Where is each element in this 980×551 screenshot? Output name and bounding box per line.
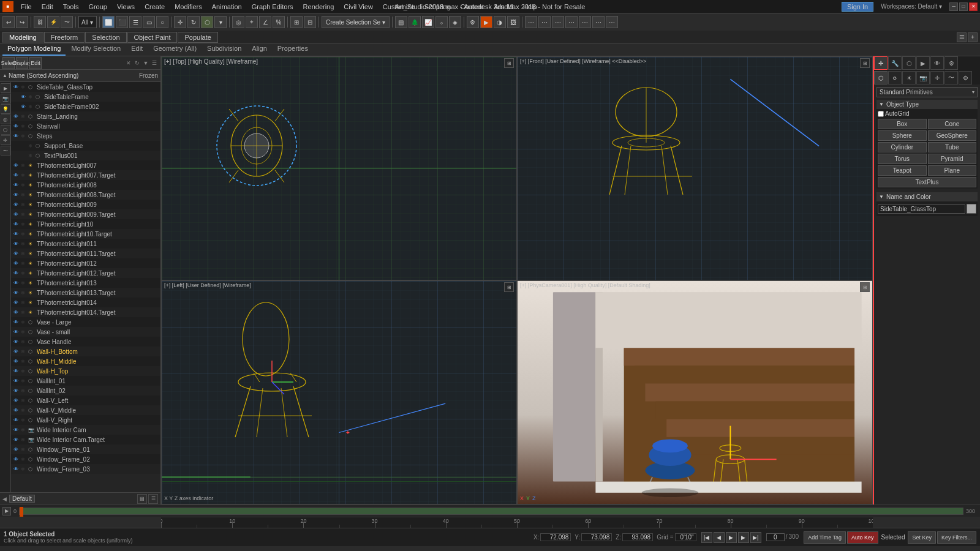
menu-edit[interactable]: Edit: [37, 3, 58, 10]
list-item[interactable]: 👁❄⬡Window_Frame_01: [11, 444, 160, 454]
visibility-icon[interactable]: 👁: [13, 388, 21, 394]
unlink-button[interactable]: ⚡: [47, 16, 59, 28]
object-name[interactable]: Wall-V_Middle: [37, 407, 159, 414]
angle-snap[interactable]: ∠: [259, 16, 271, 28]
close-button[interactable]: ✕: [969, 2, 978, 11]
btn-teapot[interactable]: Teapot: [878, 165, 927, 176]
subtab-properties[interactable]: Properties: [273, 45, 313, 56]
object-name[interactable]: TPhotometricLight10: [37, 221, 159, 228]
list-item[interactable]: 👁❄☀TPhotometricLight10.Target: [11, 229, 160, 239]
menu-help[interactable]: Help: [518, 3, 542, 10]
visibility-icon[interactable]: 👁: [13, 418, 21, 423]
visibility-icon[interactable]: 👁: [13, 447, 21, 452]
object-name[interactable]: Wide Interior Cam: [37, 427, 159, 433]
object-name[interactable]: Window_Frame_01: [37, 446, 159, 453]
list-item[interactable]: 👁❄☀TPhotometricLight013.Target: [11, 288, 160, 298]
rp-subtab-systems[interactable]: ⚙: [959, 71, 972, 84]
freeze-icon[interactable]: ❄: [21, 271, 28, 276]
object-name[interactable]: Vase - small: [37, 329, 159, 335]
list-item[interactable]: 👁❄☀TPhotometricLight012: [11, 258, 160, 268]
active-shade[interactable]: ◑: [494, 16, 506, 28]
mirror-button[interactable]: ⊞: [290, 16, 303, 28]
list-item[interactable]: 👁❄⬡WallInt_01: [11, 376, 160, 386]
subtab-polygon-modeling[interactable]: Polygon Modeling: [2, 45, 66, 56]
object-name[interactable]: WallInt_02: [37, 388, 159, 394]
list-item[interactable]: 👁❄⬡SideTableFrame002: [11, 102, 160, 111]
object-name[interactable]: TPhotometricLight009.Target: [37, 211, 159, 218]
list-item[interactable]: 👁❄☀TPhotometricLight007.Target: [11, 170, 160, 180]
freeze-icon[interactable]: ❄: [21, 163, 28, 168]
visibility-icon[interactable]: 👁: [13, 222, 21, 227]
side-camera[interactable]: 📷: [1, 94, 10, 103]
object-name[interactable]: SideTable_GlassTop: [37, 84, 159, 91]
object-name[interactable]: Wide Interior Cam.Target: [37, 437, 159, 443]
side-shape[interactable]: ◎: [1, 114, 10, 124]
visibility-icon[interactable]: 👁: [13, 369, 21, 374]
object-name[interactable]: Wall-V_Left: [37, 397, 159, 404]
object-name[interactable]: TPhotometricLight007.Target: [37, 172, 159, 179]
menu-customize[interactable]: Customize: [378, 3, 420, 10]
use-pivot[interactable]: ◎: [232, 16, 244, 28]
extras-icon6[interactable]: ⋯: [592, 16, 605, 28]
visibility-icon[interactable]: 👁: [21, 104, 28, 110]
freeze-icon[interactable]: ❄: [21, 418, 28, 423]
freeze-icon[interactable]: ❄: [21, 182, 28, 188]
current-frame-input[interactable]: [766, 533, 785, 541]
freeze-icon[interactable]: ❄: [21, 231, 28, 237]
visibility-icon[interactable]: 👁: [13, 290, 21, 296]
visibility-icon[interactable]: 👁: [13, 231, 21, 237]
move-button[interactable]: ✛: [174, 16, 186, 28]
subtab-subdivision[interactable]: Subdivision: [202, 45, 246, 56]
freeze-icon[interactable]: ❄: [21, 320, 28, 325]
btn-sphere[interactable]: Sphere: [878, 130, 927, 141]
list-item[interactable]: 👁❄⬡Wall-V_Right: [11, 415, 160, 425]
object-name[interactable]: Wall-H_Top: [37, 368, 159, 375]
visibility-icon[interactable]: 👁: [21, 94, 28, 100]
list-item[interactable]: 👁❄☀TPhotometricLight10: [11, 219, 160, 229]
list-item[interactable]: 👁❄⬡Stairwall: [11, 121, 160, 131]
viewport-bottom-right[interactable]: [+] [PhysCamera001] [High Quality] [Defa…: [517, 280, 873, 504]
list-item[interactable]: 👁❄☀TPhotometricLight011.Target: [11, 249, 160, 258]
btn-box[interactable]: Box: [878, 119, 927, 129]
object-name[interactable]: SideTableFrame: [44, 94, 159, 100]
list-item[interactable]: 👁❄⬡Wall-V_Middle: [11, 405, 160, 415]
select-link-button[interactable]: ⛓: [34, 16, 46, 28]
freeze-icon[interactable]: ❄: [21, 261, 28, 266]
viewport-top-right[interactable]: [+] [Front] [User Defined] [Wireframe] <…: [517, 56, 873, 280]
rotate-button[interactable]: ↻: [187, 16, 200, 28]
object-name[interactable]: WallInt_01: [37, 378, 159, 384]
object-name[interactable]: TPhotometricLight014: [37, 299, 159, 306]
visibility-icon[interactable]: 👁: [13, 251, 21, 257]
freeze-icon[interactable]: ❄: [21, 192, 28, 198]
freeze-icon[interactable]: ❄: [28, 143, 36, 149]
visibility-icon[interactable]: 👁: [13, 349, 21, 354]
object-name[interactable]: SideTableFrame002: [44, 103, 159, 110]
freeze-icon[interactable]: ❄: [21, 427, 28, 433]
visibility-icon[interactable]: 👁: [13, 124, 21, 129]
freeze-icon[interactable]: ❄: [21, 212, 28, 217]
visibility-icon[interactable]: 👁: [13, 300, 21, 305]
freeze-icon[interactable]: ❄: [21, 339, 28, 345]
scene-list-icon[interactable]: ☰: [148, 494, 158, 504]
tab-selection[interactable]: Selection: [85, 32, 126, 43]
object-name-input[interactable]: [878, 204, 965, 214]
visibility-icon[interactable]: 👁: [13, 280, 21, 286]
object-name[interactable]: Stairs_Landing: [37, 113, 159, 120]
select-region-button[interactable]: ⬛: [116, 16, 128, 28]
object-name[interactable]: TPhotometricLight012.Target: [37, 270, 159, 277]
menu-tools[interactable]: Tools: [58, 3, 84, 10]
list-item[interactable]: 👁❄☀TPhotometricLight011: [11, 239, 160, 249]
percent-snap[interactable]: %: [273, 16, 285, 28]
curve-editor[interactable]: 📈: [422, 16, 434, 28]
list-item[interactable]: 👁❄📷Wide Interior Cam.Target: [11, 435, 160, 444]
rp-tab-create[interactable]: ✛: [874, 56, 888, 70]
menu-content[interactable]: Content: [456, 3, 489, 10]
viewport-camera-icon[interactable]: ⊞: [860, 282, 870, 292]
menu-modifiers[interactable]: Modifiers: [170, 3, 207, 10]
object-name[interactable]: TPhotometricLight013: [37, 280, 159, 287]
list-item[interactable]: 👁❄☀TPhotometricLight007: [11, 160, 160, 170]
object-name[interactable]: TextPlus001: [44, 152, 159, 159]
tab-object-paint[interactable]: Object Paint: [127, 32, 178, 43]
select-object-button[interactable]: ⬜: [102, 16, 115, 28]
visibility-icon[interactable]: 👁: [13, 114, 21, 119]
